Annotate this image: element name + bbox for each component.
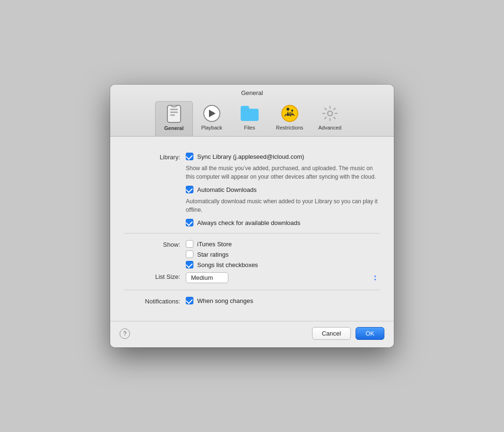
songs-list-label[interactable]: Songs list checkboxes <box>197 261 258 268</box>
svg-point-14 <box>328 111 332 116</box>
always-check-checkbox[interactable] <box>186 219 193 226</box>
playback-icon <box>202 104 221 123</box>
list-size-content: Small Medium Large <box>186 272 380 283</box>
star-ratings-label[interactable]: Star ratings <box>197 251 228 258</box>
list-size-row: List Size: Small Medium Large <box>124 272 380 283</box>
files-icon <box>240 104 259 123</box>
itunes-store-row: iTunes Store <box>186 240 380 248</box>
notifications-content: When song changes <box>186 297 380 304</box>
tab-general[interactable]: General <box>155 101 193 136</box>
advanced-icon <box>321 104 339 123</box>
notifications-label: Notifications: <box>124 297 186 305</box>
tab-files-label: Files <box>244 125 255 130</box>
list-size-label: List Size: <box>124 272 186 280</box>
library-section: Library: Sync Library (j.appleseed@iclou… <box>124 146 380 233</box>
svg-point-6 <box>287 108 289 111</box>
content-area: Library: Sync Library (j.appleseed@iclou… <box>110 137 394 321</box>
tab-advanced[interactable]: Advanced <box>311 101 349 136</box>
songs-list-checkbox[interactable] <box>186 261 193 268</box>
help-button[interactable]: ? <box>120 328 130 339</box>
sync-library-row: Sync Library (j.appleseed@icloud.com) <box>186 153 380 160</box>
sync-library-checkbox[interactable] <box>186 153 193 160</box>
show-section: Show: iTunes Store Star ratings Songs li… <box>124 233 380 290</box>
svg-rect-4 <box>172 105 176 107</box>
tab-restrictions[interactable]: Restrictions <box>269 101 311 136</box>
when-song-checkbox[interactable] <box>186 297 193 304</box>
tab-general-label: General <box>164 125 183 131</box>
tab-restrictions-label: Restrictions <box>276 125 303 130</box>
always-check-row: Always check for available downloads <box>186 219 380 226</box>
songs-list-row: Songs list checkboxes <box>186 261 380 268</box>
cancel-button[interactable]: Cancel <box>312 327 351 340</box>
tab-playback[interactable]: Playback <box>193 101 231 136</box>
itunes-store-label[interactable]: iTunes Store <box>197 241 232 248</box>
tab-advanced-label: Advanced <box>318 125 341 130</box>
library-content: Sync Library (j.appleseed@icloud.com) Sh… <box>186 153 380 226</box>
notifications-row: Notifications: When song changes <box>124 297 380 305</box>
always-check-label[interactable]: Always check for available downloads <box>197 219 300 226</box>
ok-button[interactable]: OK <box>356 327 384 340</box>
star-ratings-row: Star ratings <box>186 251 380 258</box>
list-size-select[interactable]: Small Medium Large <box>186 272 228 283</box>
title-bar: General General <box>110 85 394 137</box>
svg-rect-0 <box>167 105 181 122</box>
auto-downloads-description: Automatically download music when added … <box>186 197 380 214</box>
sync-library-label[interactable]: Sync Library (j.appleseed@icloud.com) <box>197 153 304 160</box>
window-title: General <box>110 89 394 96</box>
auto-downloads-checkbox[interactable] <box>186 186 193 193</box>
auto-downloads-row: Automatic Downloads <box>186 186 380 193</box>
list-size-arrow-icon <box>374 274 377 281</box>
list-size-select-wrapper: Small Medium Large <box>186 272 380 283</box>
preferences-window: General General <box>110 85 394 347</box>
when-song-row: When song changes <box>186 297 380 304</box>
notifications-section: Notifications: When song changes <box>124 290 380 311</box>
restrictions-icon <box>280 104 299 123</box>
tab-playback-label: Playback <box>201 125 222 130</box>
show-label: Show: <box>124 240 186 248</box>
star-ratings-checkbox[interactable] <box>186 251 193 258</box>
svg-rect-2 <box>170 112 178 113</box>
toolbar: General Playback Files <box>110 101 394 136</box>
general-icon <box>165 104 183 123</box>
svg-point-9 <box>291 110 293 112</box>
library-label: Library: <box>124 153 186 161</box>
show-content: iTunes Store Star ratings Songs list che… <box>186 240 380 268</box>
itunes-store-checkbox[interactable] <box>186 240 193 248</box>
library-sync-row: Library: Sync Library (j.appleseed@iclou… <box>124 153 380 226</box>
footer-buttons: Cancel OK <box>312 327 384 340</box>
show-row: Show: iTunes Store Star ratings Songs li… <box>124 240 380 268</box>
auto-downloads-label[interactable]: Automatic Downloads <box>197 186 257 193</box>
footer: ? Cancel OK <box>110 321 394 347</box>
svg-rect-3 <box>170 114 175 116</box>
tab-files[interactable]: Files <box>231 101 269 136</box>
sync-library-description: Show all the music you’ve added, purchas… <box>186 164 380 181</box>
when-song-label[interactable]: When song changes <box>197 297 253 304</box>
svg-rect-1 <box>170 109 178 110</box>
